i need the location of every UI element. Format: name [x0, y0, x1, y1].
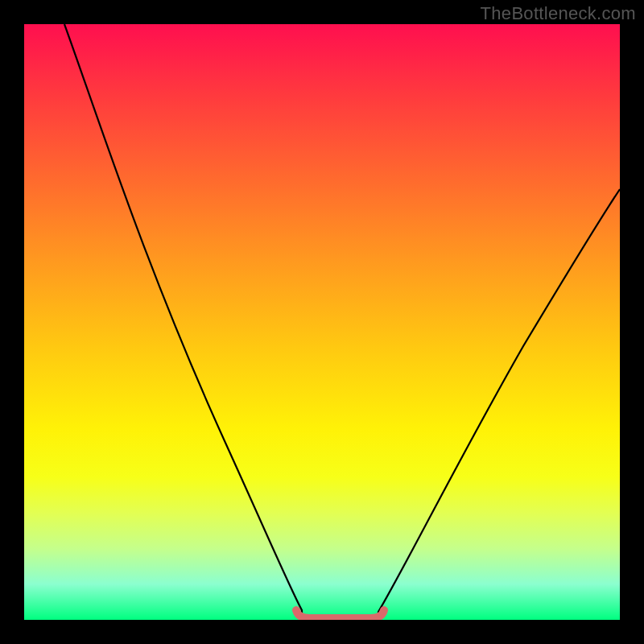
bottleneck-curve: [64, 24, 620, 617]
chart-frame: TheBottleneck.com: [0, 0, 644, 644]
flat-zone-marker: [296, 610, 384, 618]
chart-svg: [24, 24, 620, 620]
chart-plot-area: [24, 24, 620, 620]
watermark-text: TheBottleneck.com: [481, 3, 636, 24]
